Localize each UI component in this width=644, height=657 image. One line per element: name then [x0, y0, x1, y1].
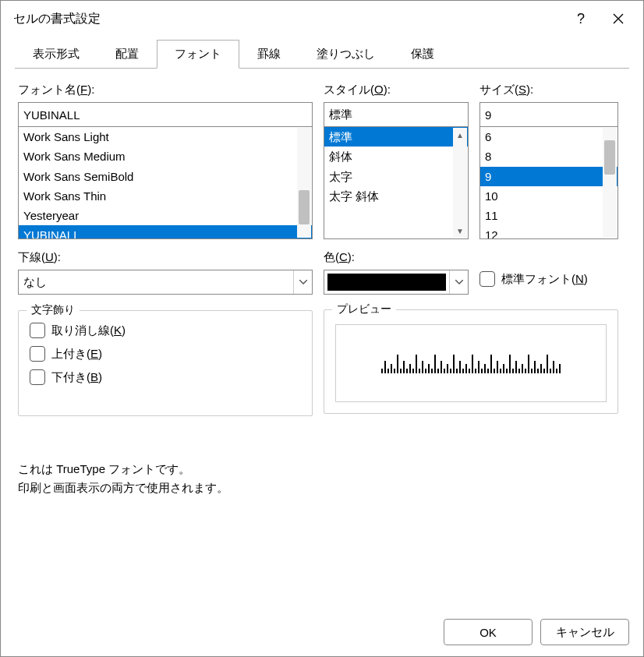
checkbox-box — [479, 271, 495, 287]
list-item[interactable]: 12 — [480, 225, 617, 238]
desc-line-1: これは TrueType フォントです。 — [18, 460, 626, 479]
tab-3[interactable]: 罫線 — [239, 40, 299, 69]
size-list-scrollbar[interactable] — [603, 128, 617, 238]
underline-dropdown[interactable]: なし — [18, 270, 313, 295]
font-name-input[interactable] — [18, 102, 313, 127]
underline-value: なし — [23, 275, 47, 290]
list-item[interactable]: 6 — [480, 127, 617, 147]
tab-4[interactable]: 塗りつぶし — [299, 40, 393, 69]
size-label: サイズ(S): — [479, 83, 618, 97]
tab-content-font: フォント名(F): Work Sans LightWork Sans Mediu… — [1, 69, 643, 497]
tab-5[interactable]: 保護 — [393, 40, 452, 69]
preview-legend: プレビュー — [332, 302, 396, 316]
font-description: これは TrueType フォントです。 印刷と画面表示の両方で使用されます。 — [18, 460, 626, 497]
dialog-footer: OK キャンセル — [444, 619, 629, 645]
tab-0[interactable]: 表示形式 — [15, 40, 97, 69]
list-item[interactable]: 10 — [480, 186, 617, 206]
font-name-label: フォント名(F): — [18, 83, 313, 97]
chevron-down-icon — [293, 270, 312, 294]
titlebar: セルの書式設定 ? — [1, 1, 643, 37]
checkbox-box — [30, 323, 45, 338]
cancel-button[interactable]: キャンセル — [540, 619, 629, 645]
superscript-checkbox[interactable]: 上付き(E) — [30, 342, 301, 366]
list-item[interactable]: 9 — [480, 167, 617, 186]
style-input[interactable] — [324, 102, 469, 127]
list-item[interactable]: 標準 — [324, 127, 468, 147]
underline-label: 下線(U): — [18, 250, 313, 265]
list-item[interactable]: 太字 斜体 — [324, 186, 468, 206]
list-item[interactable]: Work Sans Medium — [19, 147, 312, 166]
list-item[interactable]: Work Sans Thin — [19, 186, 312, 206]
style-listbox[interactable]: 標準斜体太字太字 斜体 ▲ ▼ — [324, 126, 469, 239]
close-icon — [613, 13, 624, 24]
color-label: 色(C): — [324, 250, 469, 265]
style-label: スタイル(O): — [324, 83, 469, 97]
scroll-down-icon[interactable]: ▼ — [453, 224, 467, 238]
list-item[interactable]: Work Sans Light — [19, 127, 312, 147]
list-item[interactable]: Yesteryear — [19, 206, 312, 225]
list-item[interactable]: YUBINALL — [19, 225, 312, 238]
size-listbox[interactable]: 689101112 — [479, 126, 618, 239]
effects-legend: 文字飾り — [27, 303, 80, 317]
checkbox-box — [30, 346, 45, 362]
ok-button[interactable]: OK — [444, 619, 533, 645]
format-cells-dialog: セルの書式設定 ? 表示形式配置フォント罫線塗りつぶし保護 フォント名(F): … — [0, 0, 644, 657]
list-item[interactable]: 斜体 — [324, 147, 468, 166]
size-input[interactable] — [479, 102, 618, 127]
tab-2[interactable]: フォント — [157, 40, 239, 69]
normal-font-checkbox[interactable]: 標準フォント(N) — [479, 268, 618, 291]
preview-box — [335, 324, 607, 402]
chevron-down-icon — [449, 270, 468, 294]
color-dropdown[interactable] — [324, 270, 469, 295]
list-item[interactable]: 11 — [480, 206, 617, 225]
normal-font-label: 標準フォント(N) — [501, 272, 588, 287]
scrollbar-thumb[interactable] — [604, 140, 615, 175]
strikethrough-label: 取り消し線(K) — [51, 323, 126, 338]
subscript-label: 下付き(B) — [51, 370, 102, 385]
help-button[interactable]: ? — [562, 1, 600, 37]
scrollbar-thumb[interactable] — [299, 190, 310, 224]
strikethrough-checkbox[interactable]: 取り消し線(K) — [30, 319, 301, 342]
preview-fieldset: プレビュー — [324, 309, 618, 414]
scroll-up-icon[interactable]: ▲ — [453, 128, 467, 142]
preview-sample — [381, 353, 561, 373]
close-button[interactable] — [600, 1, 637, 37]
style-list-scrollbar[interactable]: ▲ ▼ — [453, 128, 467, 238]
tab-strip: 表示形式配置フォント罫線塗りつぶし保護 — [1, 37, 643, 69]
font-name-listbox[interactable]: Work Sans LightWork Sans MediumWork Sans… — [18, 126, 313, 239]
subscript-checkbox[interactable]: 下付き(B) — [30, 366, 301, 389]
list-item[interactable]: Work Sans SemiBold — [19, 167, 312, 186]
superscript-label: 上付き(E) — [51, 347, 102, 362]
font-list-scrollbar[interactable] — [297, 128, 311, 238]
tab-1[interactable]: 配置 — [97, 40, 157, 69]
effects-fieldset: 文字飾り 取り消し線(K) 上付き(E) 下付き(B) — [18, 310, 313, 416]
list-item[interactable]: 太字 — [324, 167, 468, 186]
color-swatch — [327, 274, 446, 291]
list-item[interactable]: 8 — [480, 147, 617, 166]
desc-line-2: 印刷と画面表示の両方で使用されます。 — [18, 479, 626, 497]
dialog-title: セルの書式設定 — [13, 11, 562, 27]
checkbox-box — [30, 369, 45, 385]
